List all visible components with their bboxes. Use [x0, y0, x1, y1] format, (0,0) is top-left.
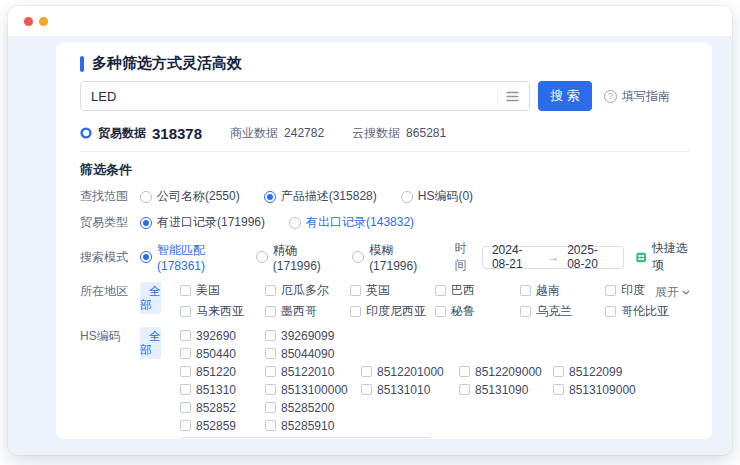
checkbox-icon: [180, 330, 191, 341]
radio-icon: [401, 191, 413, 203]
hs-code-checkbox[interactable]: 85131090: [459, 382, 553, 397]
hs-code-checkbox[interactable]: 8512201000: [361, 364, 459, 379]
hs-code-checkbox[interactable]: 852852: [180, 400, 265, 415]
checkbox-icon: [180, 384, 191, 395]
tab-count: 318378: [152, 125, 202, 142]
hs-code-checkbox[interactable]: 39269099: [265, 328, 361, 343]
time-label: 时间: [454, 240, 473, 274]
chevron-down-icon: [682, 290, 690, 295]
region-all-badge[interactable]: 全部: [140, 282, 161, 314]
tab-label: 商业数据: [230, 125, 278, 142]
search-input[interactable]: [91, 89, 497, 104]
radio-option-exact[interactable]: 精确(171996): [256, 242, 328, 273]
region-checkbox-grid: 美国 厄瓜多尔 英国 巴西 越南 印度 马来西亚 墨西哥 印度尼西亚 秘鲁 乌克…: [180, 283, 690, 319]
hs-code-checkbox[interactable]: 85044090: [265, 346, 361, 361]
checkbox-icon: [265, 306, 276, 317]
radio-option-company-name[interactable]: 公司名称(2550): [140, 188, 240, 205]
hs-code-line: 852859 85285910: [180, 418, 712, 433]
expand-label: 展开: [655, 284, 679, 301]
hs-all-badge[interactable]: 全部: [140, 327, 161, 359]
filter-label: 查找范围: [80, 188, 140, 205]
quick-options-button[interactable]: 快捷选项: [636, 240, 690, 274]
fill-guide-link[interactable]: ? 填写指南: [604, 88, 670, 105]
region-checkbox[interactable]: 哥伦比亚: [605, 304, 690, 319]
title-accent-bar: [80, 56, 84, 72]
radio-option-product-desc[interactable]: 产品描述(315828): [264, 188, 377, 205]
region-checkbox[interactable]: 马来西亚: [180, 304, 265, 319]
hs-code-line: 852852 85285200: [180, 400, 712, 415]
hs-code-checkbox[interactable]: 85131010: [361, 382, 459, 397]
date-range-picker[interactable]: 2024-08-21 → 2025-08-20: [482, 246, 624, 269]
region-checkbox[interactable]: 美国: [180, 283, 265, 298]
checkbox-icon: [180, 420, 191, 431]
checkbox-label: 850440: [196, 347, 236, 361]
checkbox-icon: [361, 366, 372, 377]
hs-code-checkbox[interactable]: 8513109000: [553, 382, 712, 397]
hs-code-checkbox[interactable]: 85122099: [553, 364, 712, 379]
checkbox-label: 851220: [196, 365, 236, 379]
checkbox-icon: [265, 384, 276, 395]
radio-option-export-records[interactable]: 有出口记录(143832): [289, 214, 414, 231]
region-checkbox[interactable]: 印度尼西亚: [350, 304, 435, 319]
tab-label: 云搜数据: [352, 125, 400, 142]
tab-trade-data[interactable]: 贸易数据 318378: [80, 125, 202, 142]
tab-cloud-search-data[interactable]: 云搜数据 865281: [352, 125, 446, 142]
window-close-dot[interactable]: [24, 17, 33, 26]
search-button[interactable]: 搜索: [538, 81, 592, 111]
region-checkbox[interactable]: 墨西哥: [265, 304, 350, 319]
hs-code-checkbox[interactable]: 85122010: [265, 364, 361, 379]
checkbox-label: 哥伦比亚: [621, 303, 669, 320]
expand-link[interactable]: 展开: [655, 284, 690, 301]
filter-row-region: 所在地区 全部 美国 厄瓜多尔 英国 巴西 越南 印度 马来西亚 墨西哥 印度尼…: [80, 283, 690, 319]
pie-chart-icon: [80, 127, 92, 139]
hs-code-checkbox[interactable]: 85285200: [265, 400, 361, 415]
checkbox-icon: [180, 285, 191, 296]
hs-code-checkbox[interactable]: 8512209000: [459, 364, 553, 379]
radio-icon: [140, 191, 152, 203]
checkbox-icon: [435, 285, 446, 296]
filter-list-icon[interactable]: [497, 91, 519, 102]
hs-code-input-box: [180, 437, 432, 439]
hs-code-line: 851220 85122010 8512201000 8512209000 85…: [180, 364, 712, 379]
checkbox-icon: [459, 366, 470, 377]
radio-option-fuzzy[interactable]: 模糊(171996): [352, 242, 424, 273]
checkbox-label: 秘鲁: [451, 303, 475, 320]
region-checkbox[interactable]: 巴西: [435, 283, 520, 298]
radio-label: 公司名称(2550): [157, 188, 240, 205]
radio-option-smart-match[interactable]: 智能匹配(178361): [140, 242, 232, 273]
checkbox-label: 乌克兰: [536, 303, 572, 320]
filter-label: 搜索模式: [80, 249, 140, 266]
checkbox-icon: [180, 348, 191, 359]
hs-code-checkbox[interactable]: 85285910: [265, 418, 361, 433]
checkbox-icon: [265, 402, 276, 413]
hs-code-checkbox[interactable]: 850440: [180, 346, 265, 361]
region-checkbox[interactable]: 乌克兰: [520, 304, 605, 319]
radio-icon: [256, 251, 268, 263]
region-checkbox[interactable]: 英国: [350, 283, 435, 298]
hs-code-checkbox[interactable]: 852859: [180, 418, 265, 433]
checkbox-label: 852859: [196, 419, 236, 433]
checkbox-label: 85285200: [281, 401, 334, 415]
filter-label: 所在地区: [80, 283, 140, 300]
date-range-arrow: →: [547, 250, 559, 264]
hs-code-checkbox[interactable]: 851220: [180, 364, 265, 379]
tab-count: 242782: [284, 126, 324, 140]
filter-section-title: 筛选条件: [80, 161, 690, 179]
radio-option-hs-code[interactable]: HS编码(0): [401, 188, 473, 205]
checkbox-label: 392690: [196, 329, 236, 343]
checkbox-icon: [350, 285, 361, 296]
checkbox-icon: [265, 348, 276, 359]
tab-business-data[interactable]: 商业数据 242782: [230, 125, 324, 142]
region-checkbox[interactable]: 越南: [520, 283, 605, 298]
checkbox-icon: [265, 285, 276, 296]
window-minimize-dot[interactable]: [39, 17, 48, 26]
checkbox-icon: [520, 285, 531, 296]
hs-code-checkbox[interactable]: 851310: [180, 382, 265, 397]
filter-row-hs-code: HS编码 全部 392690 39269099 850440 85044090 …: [80, 328, 690, 439]
radio-label: 智能匹配(178361): [157, 242, 232, 273]
hs-code-checkbox[interactable]: 392690: [180, 328, 265, 343]
region-checkbox[interactable]: 秘鲁: [435, 304, 520, 319]
hs-code-checkbox[interactable]: 8513100000: [265, 382, 361, 397]
region-checkbox[interactable]: 厄瓜多尔: [265, 283, 350, 298]
radio-option-import-records[interactable]: 有进口记录(171996): [140, 214, 265, 231]
